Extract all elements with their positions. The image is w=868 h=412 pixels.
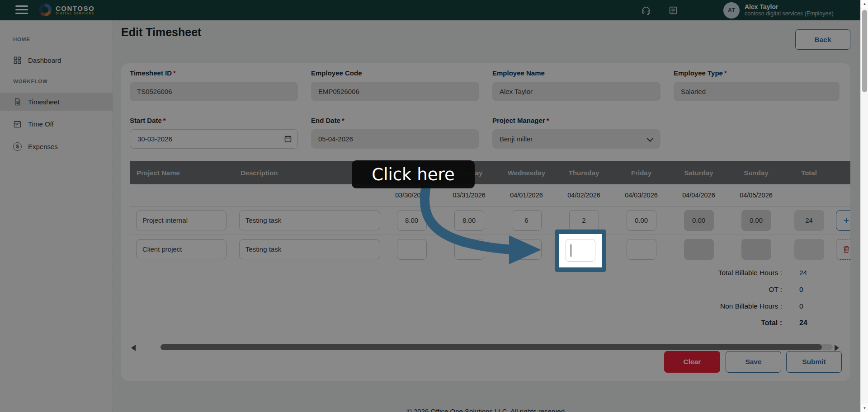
vertical-scrollbar[interactable]: ▲ ▼: [860, 0, 868, 412]
tutorial-tooltip: Click here: [352, 160, 475, 188]
text-caret: [571, 244, 571, 257]
app-window: CONTOSO DIGITAL SERVICES AT Alex Taylor …: [0, 0, 868, 412]
spotlight-hours-input[interactable]: [566, 239, 595, 262]
tutorial-dim-overlay: [0, 0, 860, 412]
scroll-up-arrow[interactable]: ▲: [861, 0, 868, 8]
tutorial-tooltip-text: Click here: [372, 165, 454, 184]
vscroll-thumb[interactable]: [862, 10, 867, 92]
spotlight-target-frame: [555, 229, 606, 272]
scroll-down-arrow[interactable]: ▼: [861, 404, 868, 412]
